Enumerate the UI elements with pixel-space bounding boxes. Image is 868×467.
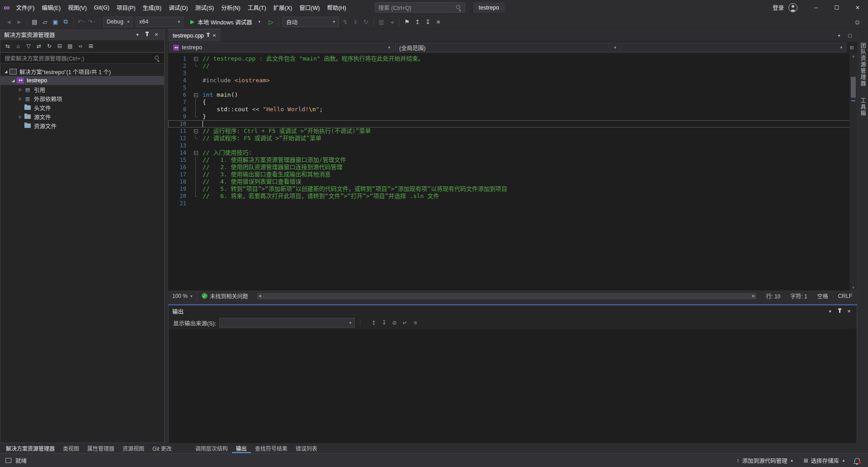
- code-line[interactable]: 3: [168, 70, 857, 77]
- code-line[interactable]: 6−int main(): [168, 91, 857, 99]
- hot-reload-icon[interactable]: ↯: [340, 17, 350, 27]
- code-line[interactable]: 14−// 入门使用技巧:: [168, 149, 857, 156]
- properties-icon[interactable]: ⊞: [86, 41, 96, 51]
- close-icon[interactable]: ✕: [845, 307, 853, 315]
- solution-search-input[interactable]: 搜索解决方案资源管理器(Ctrl+;): [0, 52, 164, 64]
- code-editor[interactable]: 1−// testrepo.cpp : 此文件包含 "main" 函数。程序执行…: [168, 53, 857, 291]
- show-all-files-icon[interactable]: ▤: [65, 41, 75, 51]
- word-wrap-icon[interactable]: ↵: [400, 318, 410, 328]
- collapse-all-icon[interactable]: ⊟: [55, 41, 65, 51]
- tree-item[interactable]: ▷▤引用: [0, 85, 164, 94]
- code-line[interactable]: 13: [168, 142, 857, 149]
- clear-all-icon[interactable]: ⊘: [390, 318, 399, 328]
- pending-changes-filter-icon[interactable]: ▽: [24, 41, 33, 51]
- menu-item[interactable]: Git(G): [90, 0, 113, 15]
- code-line[interactable]: 10: [168, 120, 857, 127]
- vertical-scrollbar[interactable]: ▲ ▼: [849, 53, 857, 291]
- vertical-splitter[interactable]: [165, 29, 168, 443]
- dock-tab[interactable]: 输出: [232, 443, 251, 453]
- fold-margin[interactable]: −: [192, 55, 200, 62]
- dock-tab[interactable]: 属性管理器: [83, 443, 118, 453]
- save-icon[interactable]: ▣: [50, 17, 61, 27]
- add-to-source-control-button[interactable]: ↑ 添加到源代码管理 ▲: [733, 453, 797, 467]
- menu-item[interactable]: 扩展(X): [270, 0, 296, 15]
- tree-item[interactable]: ◢解决方案“testrepo”(1 个项目/共 1 个): [0, 67, 164, 76]
- select-repository-button[interactable]: ⊞ 选择存储库 ▲: [800, 453, 849, 467]
- fold-margin[interactable]: −: [192, 149, 200, 156]
- fold-margin[interactable]: −: [192, 127, 200, 135]
- member-dropdown[interactable]: ▾: [621, 42, 846, 52]
- menu-item[interactable]: 项目(P): [113, 0, 139, 15]
- scrollbar-thumb[interactable]: [851, 77, 856, 98]
- find-in-files-icon[interactable]: ▥: [376, 17, 387, 27]
- menu-item[interactable]: 生成(B): [139, 0, 165, 15]
- dock-tab[interactable]: 调用层次结构: [191, 443, 232, 453]
- fold-margin[interactable]: −: [192, 91, 200, 99]
- code-line[interactable]: 1−// testrepo.cpp : 此文件包含 "main" 函数。程序执行…: [168, 55, 857, 62]
- code-line[interactable]: 9}: [168, 113, 857, 120]
- pin-icon[interactable]: [208, 34, 209, 37]
- column-indicator[interactable]: 字符: 1: [785, 291, 812, 301]
- code-line[interactable]: 11−// 运行程序: Ctrl + F5 或调试 >“开始执行(不调试)”菜单: [168, 127, 857, 135]
- output-content[interactable]: [169, 329, 857, 443]
- home-icon[interactable]: ⌂: [13, 41, 23, 51]
- active-files-chevron-icon[interactable]: ▾: [835, 31, 844, 40]
- start-without-debugging-icon[interactable]: ▷: [266, 17, 276, 27]
- tree-item[interactable]: ▷▥外部依赖项: [0, 94, 164, 103]
- collapse-region-icon[interactable]: −: [194, 129, 198, 133]
- next-bookmark-icon[interactable]: ↧: [423, 17, 433, 27]
- float-window-icon[interactable]: ▢: [845, 31, 854, 40]
- line-indicator[interactable]: 行: 10: [761, 291, 785, 301]
- sign-in-button[interactable]: 登录: [773, 3, 784, 12]
- start-debugging-button[interactable]: ▶本地 Windows 调试器▾: [186, 16, 264, 27]
- close-icon[interactable]: ✕: [152, 31, 160, 39]
- spaces-indicator[interactable]: 空格: [812, 291, 833, 301]
- scope-dropdown[interactable]: (全局范围) ▾: [395, 42, 620, 52]
- code-line[interactable]: 15// 1. 使用解决方案资源管理器窗口添加/管理文件: [168, 156, 857, 164]
- code-line[interactable]: 16// 2. 使用团队资源管理器窗口连接到源代码管理: [168, 164, 857, 171]
- redo-icon[interactable]: ↷▾: [86, 17, 97, 27]
- close-icon[interactable]: ✕: [212, 33, 216, 38]
- line-ending-indicator[interactable]: CRLF: [833, 291, 857, 301]
- dock-tab[interactable]: 错误列表: [292, 443, 321, 453]
- project-dropdown[interactable]: ++ testrepo ▾: [169, 42, 394, 52]
- menu-item[interactable]: 窗口(W): [296, 0, 323, 15]
- tree-item[interactable]: ◢++testrepo: [0, 76, 164, 85]
- bookmark-list-icon[interactable]: ≡: [433, 17, 443, 27]
- dock-tab[interactable]: 资源视图: [118, 443, 148, 453]
- menu-item[interactable]: 视图(V): [64, 0, 90, 15]
- chevron-down-icon[interactable]: ▾: [826, 307, 834, 315]
- save-all-icon[interactable]: ⧉: [61, 17, 71, 27]
- zoom-dropdown[interactable]: 100 % ▾: [168, 291, 197, 301]
- panel-splitter[interactable]: [168, 301, 857, 304]
- code-line[interactable]: 5: [168, 84, 857, 91]
- menu-item[interactable]: 分析(N): [217, 0, 244, 15]
- tree-expanded-arrow-icon[interactable]: ◢: [9, 79, 17, 83]
- tree-collapsed-arrow-icon[interactable]: ▷: [17, 88, 24, 92]
- code-line[interactable]: 7{: [168, 99, 857, 106]
- collapse-region-icon[interactable]: −: [194, 151, 198, 155]
- solution-configurations-dropdown[interactable]: Debug▾: [103, 17, 133, 27]
- navigate-back-icon[interactable]: ◄: [4, 17, 14, 27]
- side-tab[interactable]: 团队资源管理器: [859, 42, 867, 87]
- menu-item[interactable]: 测试(S): [192, 0, 218, 15]
- open-file-icon[interactable]: ▱: [40, 17, 50, 27]
- menu-item[interactable]: 工具(T): [244, 0, 270, 15]
- document-tab[interactable]: testrepo.cpp ✕: [168, 29, 221, 42]
- bookmark-icon[interactable]: ⚑: [402, 17, 412, 27]
- document-health-indicator[interactable]: ✓ 未找到相关问题: [197, 291, 253, 301]
- collapse-region-icon[interactable]: −: [194, 57, 198, 61]
- code-line[interactable]: 21: [168, 200, 857, 207]
- dock-tab[interactable]: 解决方案资源管理器: [2, 443, 59, 453]
- chevron-down-icon[interactable]: ▾: [133, 31, 142, 39]
- code-line[interactable]: 2//: [168, 62, 857, 70]
- quick-launch-search[interactable]: 搜索 (Ctrl+Q): [375, 2, 465, 13]
- notifications-bell-icon[interactable]: [854, 458, 860, 463]
- pin-icon[interactable]: [835, 307, 844, 315]
- code-line[interactable]: 4#include <iostream>: [168, 77, 857, 84]
- scroll-left-icon[interactable]: ◀: [259, 294, 261, 298]
- close-button[interactable]: ✕: [847, 0, 868, 15]
- collapse-region-icon[interactable]: −: [194, 93, 198, 97]
- undo-icon[interactable]: ↶▾: [76, 17, 86, 27]
- dock-tab[interactable]: 查找符号结果: [251, 443, 292, 453]
